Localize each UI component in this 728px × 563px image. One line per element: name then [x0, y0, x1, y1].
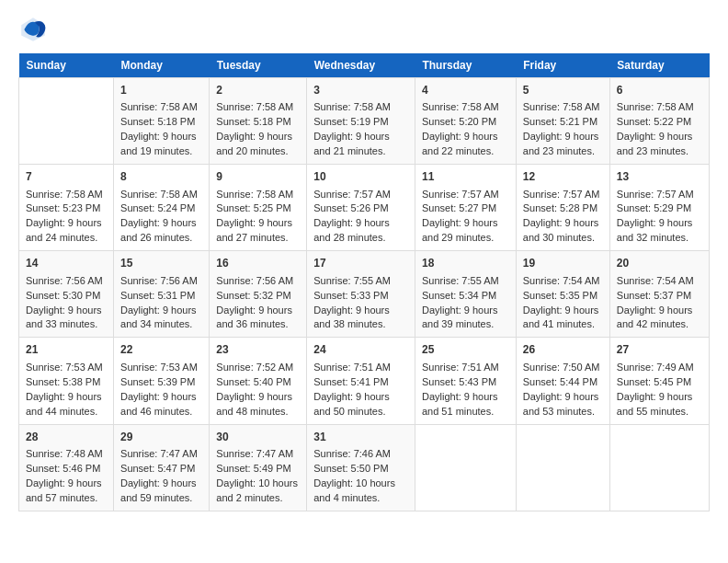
- calendar-cell: 3Sunrise: 7:58 AMSunset: 5:19 PMDaylight…: [307, 78, 415, 165]
- sunrise-text: Sunrise: 7:51 AM: [313, 361, 408, 375]
- sunset-text: Sunset: 5:38 PM: [26, 375, 107, 390]
- daylight-text: Daylight: 9 hours and 20 minutes.: [216, 130, 300, 159]
- day-number: 11: [422, 169, 509, 185]
- sunrise-text: Sunrise: 7:49 AM: [617, 361, 702, 375]
- sunrise-text: Sunrise: 7:58 AM: [313, 100, 408, 115]
- header-row: SundayMondayTuesdayWednesdayThursdayFrid…: [19, 53, 710, 78]
- sunset-text: Sunset: 5:21 PM: [523, 115, 603, 130]
- sunrise-text: Sunrise: 7:58 AM: [120, 100, 202, 115]
- sunset-text: Sunset: 5:35 PM: [523, 289, 603, 304]
- calendar-cell: [19, 78, 114, 165]
- daylight-text: Daylight: 9 hours and 23 minutes.: [523, 130, 603, 159]
- day-number: 12: [523, 169, 603, 185]
- calendar-cell: 31Sunrise: 7:46 AMSunset: 5:50 PMDayligh…: [307, 424, 415, 511]
- daylight-text: Daylight: 9 hours and 32 minutes.: [617, 216, 702, 246]
- sunset-text: Sunset: 5:28 PM: [523, 201, 603, 216]
- calendar-table: SundayMondayTuesdayWednesdayThursdayFrid…: [18, 53, 710, 511]
- calendar-header: SundayMondayTuesdayWednesdayThursdayFrid…: [19, 53, 710, 78]
- day-number: 9: [216, 169, 300, 185]
- sunrise-text: Sunrise: 7:57 AM: [523, 188, 603, 202]
- sunset-text: Sunset: 5:18 PM: [216, 115, 300, 130]
- sunrise-text: Sunrise: 7:56 AM: [120, 274, 202, 289]
- sunrise-text: Sunrise: 7:47 AM: [216, 447, 300, 462]
- calendar-cell: 27Sunrise: 7:49 AMSunset: 5:45 PMDayligh…: [609, 338, 709, 424]
- calendar-body: 1Sunrise: 7:58 AMSunset: 5:18 PMDaylight…: [19, 78, 710, 511]
- calendar-cell: 17Sunrise: 7:55 AMSunset: 5:33 PMDayligh…: [307, 251, 415, 338]
- day-number: 5: [523, 83, 603, 98]
- calendar-cell: 1Sunrise: 7:58 AMSunset: 5:18 PMDaylight…: [114, 78, 210, 165]
- sunrise-text: Sunrise: 7:51 AM: [422, 361, 509, 375]
- sunrise-text: Sunrise: 7:58 AM: [617, 100, 702, 115]
- day-number: 2: [216, 83, 300, 98]
- sunset-text: Sunset: 5:43 PM: [422, 375, 509, 390]
- daylight-text: Daylight: 9 hours and 42 minutes.: [617, 304, 702, 333]
- logo: [18, 15, 51, 44]
- sunrise-text: Sunrise: 7:56 AM: [26, 274, 107, 289]
- column-header-wednesday: Wednesday: [307, 53, 415, 78]
- day-number: 13: [617, 169, 702, 185]
- sunset-text: Sunset: 5:39 PM: [120, 375, 202, 390]
- calendar-cell: [516, 424, 609, 511]
- sunset-text: Sunset: 5:34 PM: [422, 289, 509, 304]
- column-header-friday: Friday: [516, 53, 609, 78]
- calendar-cell: 16Sunrise: 7:56 AMSunset: 5:32 PMDayligh…: [210, 251, 307, 338]
- week-row-3: 14Sunrise: 7:56 AMSunset: 5:30 PMDayligh…: [19, 251, 710, 338]
- day-number: 16: [216, 256, 300, 271]
- calendar-cell: 10Sunrise: 7:57 AMSunset: 5:26 PMDayligh…: [307, 165, 415, 251]
- daylight-text: Daylight: 9 hours and 46 minutes.: [120, 390, 202, 419]
- daylight-text: Daylight: 9 hours and 57 minutes.: [26, 477, 107, 506]
- calendar-cell: 9Sunrise: 7:58 AMSunset: 5:25 PMDaylight…: [210, 165, 307, 251]
- sunset-text: Sunset: 5:49 PM: [216, 462, 300, 477]
- calendar-cell: 26Sunrise: 7:50 AMSunset: 5:44 PMDayligh…: [516, 338, 609, 424]
- daylight-text: Daylight: 9 hours and 48 minutes.: [216, 390, 300, 419]
- sunset-text: Sunset: 5:44 PM: [523, 375, 603, 390]
- day-number: 3: [313, 83, 408, 98]
- calendar-cell: 28Sunrise: 7:48 AMSunset: 5:46 PMDayligh…: [19, 424, 114, 511]
- calendar-cell: 18Sunrise: 7:55 AMSunset: 5:34 PMDayligh…: [415, 251, 516, 338]
- calendar-cell: 20Sunrise: 7:54 AMSunset: 5:37 PMDayligh…: [609, 251, 709, 338]
- calendar-cell: 25Sunrise: 7:51 AMSunset: 5:43 PMDayligh…: [415, 338, 516, 424]
- daylight-text: Daylight: 9 hours and 36 minutes.: [216, 304, 300, 333]
- daylight-text: Daylight: 10 hours and 2 minutes.: [216, 477, 300, 506]
- daylight-text: Daylight: 9 hours and 53 minutes.: [523, 390, 603, 419]
- day-number: 4: [422, 83, 509, 98]
- daylight-text: Daylight: 9 hours and 28 minutes.: [313, 216, 408, 246]
- sunrise-text: Sunrise: 7:57 AM: [313, 188, 408, 202]
- daylight-text: Daylight: 9 hours and 39 minutes.: [422, 304, 509, 333]
- daylight-text: Daylight: 9 hours and 27 minutes.: [216, 216, 300, 246]
- sunset-text: Sunset: 5:25 PM: [216, 201, 300, 216]
- sunset-text: Sunset: 5:19 PM: [313, 115, 408, 130]
- sunrise-text: Sunrise: 7:48 AM: [26, 447, 107, 462]
- daylight-text: Daylight: 9 hours and 23 minutes.: [617, 130, 702, 159]
- sunrise-text: Sunrise: 7:58 AM: [26, 188, 107, 202]
- sunrise-text: Sunrise: 7:54 AM: [523, 274, 603, 289]
- daylight-text: Daylight: 9 hours and 30 minutes.: [523, 216, 603, 246]
- sunrise-text: Sunrise: 7:55 AM: [313, 274, 408, 289]
- day-number: 22: [120, 342, 202, 358]
- sunset-text: Sunset: 5:40 PM: [216, 375, 300, 390]
- week-row-5: 28Sunrise: 7:48 AMSunset: 5:46 PMDayligh…: [19, 424, 710, 511]
- day-number: 10: [313, 169, 408, 185]
- calendar-cell: [415, 424, 516, 511]
- daylight-text: Daylight: 9 hours and 44 minutes.: [26, 390, 107, 419]
- sunset-text: Sunset: 5:45 PM: [617, 375, 702, 390]
- day-number: 1: [120, 83, 202, 98]
- column-header-sunday: Sunday: [19, 53, 114, 78]
- day-number: 27: [617, 342, 702, 358]
- calendar-cell: 11Sunrise: 7:57 AMSunset: 5:27 PMDayligh…: [415, 165, 516, 251]
- daylight-text: Daylight: 9 hours and 38 minutes.: [313, 304, 408, 333]
- sunset-text: Sunset: 5:46 PM: [26, 462, 107, 477]
- daylight-text: Daylight: 9 hours and 22 minutes.: [422, 130, 509, 159]
- sunset-text: Sunset: 5:18 PM: [120, 115, 202, 130]
- calendar-cell: 29Sunrise: 7:47 AMSunset: 5:47 PMDayligh…: [114, 424, 210, 511]
- week-row-1: 1Sunrise: 7:58 AMSunset: 5:18 PMDaylight…: [19, 78, 710, 165]
- day-number: 28: [26, 430, 107, 445]
- sunset-text: Sunset: 5:30 PM: [26, 289, 107, 304]
- sunrise-text: Sunrise: 7:55 AM: [422, 274, 509, 289]
- calendar-cell: 23Sunrise: 7:52 AMSunset: 5:40 PMDayligh…: [210, 338, 307, 424]
- sunrise-text: Sunrise: 7:50 AM: [523, 361, 603, 375]
- week-row-4: 21Sunrise: 7:53 AMSunset: 5:38 PMDayligh…: [19, 338, 710, 424]
- day-number: 17: [313, 256, 408, 271]
- sunset-text: Sunset: 5:37 PM: [617, 289, 702, 304]
- day-number: 26: [523, 342, 603, 358]
